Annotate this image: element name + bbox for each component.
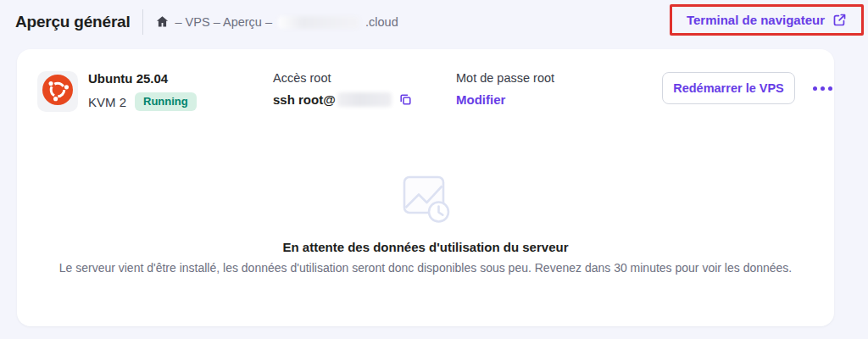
empty-state-title: En attente des données d'utilisation du … <box>17 240 834 254</box>
redacted-hostname <box>278 16 359 29</box>
plan-name: KVM 2 <box>88 95 126 109</box>
vps-overview-card: Ubuntu 25.04 KVM 2 Running Accès root ss… <box>17 49 834 326</box>
browser-terminal-label: Terminal de navigateur <box>687 13 825 27</box>
more-options-icon <box>813 86 817 91</box>
root-access-section: Accès root ssh root@ <box>273 71 413 107</box>
annotation-highlight: Terminal de navigateur <box>670 4 864 36</box>
os-name: Ubuntu 25.04 <box>88 71 168 86</box>
home-icon[interactable] <box>155 16 170 29</box>
usage-empty-state: En attente des données d'utilisation du … <box>17 174 834 275</box>
ssh-command-prefix: ssh root@ <box>273 92 336 107</box>
browser-terminal-button[interactable]: Terminal de navigateur <box>687 13 847 27</box>
root-password-section: Mot de passe root Modifier <box>456 71 554 107</box>
breadcrumb: – VPS – Aperçu – .cloud <box>155 15 398 29</box>
root-password-label: Mot de passe root <box>456 71 554 85</box>
more-options-button[interactable] <box>803 81 842 95</box>
header-divider <box>142 9 143 35</box>
plan-row: KVM 2 Running <box>88 92 197 111</box>
breadcrumb-path: – VPS – Aperçu – <box>175 15 272 29</box>
usage-pending-icon <box>398 213 453 227</box>
breadcrumb-domain-suffix: .cloud <box>365 15 398 29</box>
empty-state-description: Le serveur vient d'être installé, les do… <box>17 261 834 275</box>
change-password-link[interactable]: Modifier <box>456 92 554 107</box>
restart-vps-button[interactable]: Redémarrer le VPS <box>662 72 795 104</box>
copy-ssh-button[interactable] <box>398 92 413 107</box>
status-badge: Running <box>135 92 197 111</box>
os-logo-tile <box>37 71 78 112</box>
page-title: Aperçu général <box>15 13 131 31</box>
redacted-ip-address <box>337 92 392 107</box>
ssh-command-row: ssh root@ <box>273 92 413 107</box>
root-access-label: Accès root <box>273 71 413 85</box>
external-link-icon <box>832 13 847 27</box>
ubuntu-logo-icon <box>42 75 73 108</box>
